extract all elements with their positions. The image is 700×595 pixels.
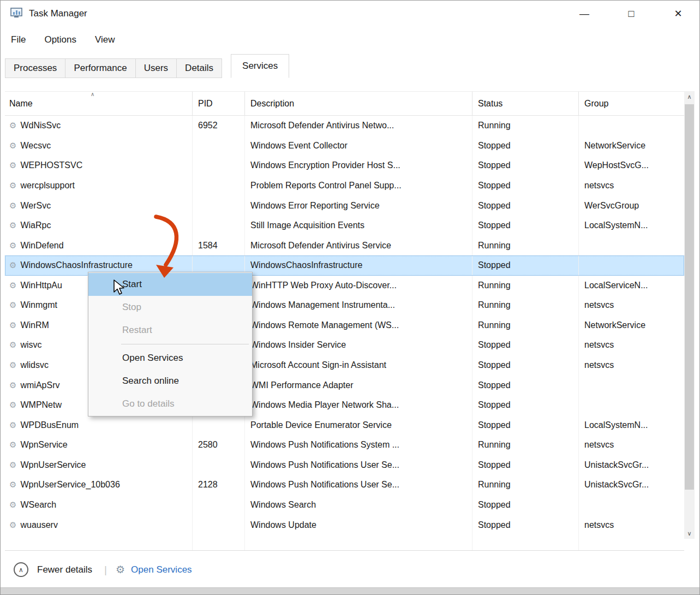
tab-processes[interactable]: Processes bbox=[5, 58, 65, 78]
service-description: Windows Encryption Provider Host S... bbox=[245, 156, 472, 176]
table-row[interactable]: ⚙WSearch Windows Search Stopped bbox=[5, 495, 684, 515]
service-group: LocalSystemN... bbox=[579, 415, 684, 435]
menu-item-restart: Restart bbox=[88, 319, 252, 342]
service-name: WdNisSvc bbox=[20, 121, 61, 130]
menu-item-stop: Stop bbox=[88, 296, 252, 319]
service-name: WEPHOSTSVC bbox=[20, 160, 82, 170]
close-button[interactable]: ✕ bbox=[668, 3, 689, 25]
menu-bar: File Options View bbox=[1, 28, 699, 52]
service-name: WpnService bbox=[20, 440, 67, 450]
service-description: Windows Error Reporting Service bbox=[245, 195, 472, 216]
service-name: WpnUserService bbox=[20, 460, 86, 470]
service-name: wlidsvc bbox=[20, 360, 49, 370]
column-header-group[interactable]: Group bbox=[579, 92, 684, 115]
service-status: Stopped bbox=[472, 255, 579, 276]
table-row[interactable]: ⚙wercplsupport Problem Reports Control P… bbox=[5, 176, 684, 196]
table-row[interactable]: ⚙WpnUserService Windows Push Notificatio… bbox=[5, 455, 684, 475]
service-icon: ⚙ bbox=[9, 300, 16, 310]
table-row[interactable]: ⚙wuauserv Windows Update Stopped netsvcs bbox=[5, 515, 684, 535]
service-name: WinHttpAu bbox=[20, 281, 62, 290]
service-pid bbox=[193, 415, 245, 435]
service-icon: ⚙ bbox=[9, 520, 16, 530]
menu-item-open-services[interactable]: Open Services bbox=[88, 347, 252, 370]
tab-services[interactable]: Services bbox=[231, 54, 289, 78]
service-group: WerSvcGroup bbox=[579, 195, 684, 216]
menu-file[interactable]: File bbox=[10, 33, 27, 46]
service-group: UnistackSvcGr... bbox=[579, 475, 684, 495]
service-group bbox=[579, 255, 684, 276]
service-icon: ⚙ bbox=[9, 340, 16, 350]
service-name: WindowsChaosInfrastructure bbox=[20, 260, 132, 270]
table-row[interactable]: ⚙WiaRpc Still Image Acquisition Events S… bbox=[5, 216, 684, 236]
footer-divider: | bbox=[104, 564, 107, 576]
service-status: Stopped bbox=[472, 415, 579, 435]
service-icon: ⚙ bbox=[9, 121, 16, 130]
minimize-button[interactable]: — bbox=[574, 3, 595, 25]
tab-users[interactable]: Users bbox=[135, 58, 177, 78]
service-description: Microsoft Defender Antivirus Netwo... bbox=[245, 116, 472, 136]
column-header-status[interactable]: Status bbox=[472, 92, 579, 115]
service-status: Running bbox=[472, 116, 579, 136]
service-pid bbox=[193, 136, 245, 156]
fewer-details-button[interactable]: Fewer details bbox=[37, 564, 92, 575]
table-row[interactable]: ⚙WpnService 2580 Windows Push Notificati… bbox=[5, 435, 684, 455]
table-filler-row bbox=[5, 535, 684, 550]
menu-options[interactable]: Options bbox=[43, 33, 77, 46]
menu-item-start[interactable]: Start bbox=[88, 273, 252, 296]
service-icon: ⚙ bbox=[9, 380, 16, 390]
service-description: Microsoft Account Sign-in Assistant bbox=[245, 355, 472, 376]
service-description: Microsoft Defender Antivirus Service bbox=[245, 235, 472, 255]
column-header-description[interactable]: Description bbox=[245, 92, 472, 115]
table-row[interactable]: ⚙WerSvc Windows Error Reporting Service … bbox=[5, 195, 684, 216]
service-description: Windows Event Collector bbox=[245, 136, 472, 156]
column-header-pid[interactable]: PID bbox=[193, 92, 245, 115]
scrollbar-thumb[interactable] bbox=[685, 104, 694, 490]
column-header-name[interactable]: ∧ Name bbox=[5, 92, 193, 115]
scroll-up-icon[interactable]: ∧ bbox=[684, 91, 695, 102]
service-group bbox=[579, 116, 684, 136]
app-icon bbox=[10, 8, 22, 19]
service-name: Winmgmt bbox=[20, 300, 57, 310]
service-group: UnistackSvcGr... bbox=[579, 455, 684, 475]
service-icon: ⚙ bbox=[9, 460, 16, 470]
service-group: LocalSystemN... bbox=[579, 216, 684, 236]
service-icon: ⚙ bbox=[9, 320, 16, 330]
tab-performance[interactable]: Performance bbox=[65, 58, 135, 78]
service-pid: 2128 bbox=[193, 475, 245, 495]
table-row[interactable]: ⚙WPDBusEnum Portable Device Enumerator S… bbox=[5, 415, 684, 435]
vertical-scrollbar[interactable]: ∧ ∨ bbox=[684, 91, 695, 539]
service-description: Windows Push Notifications User Se... bbox=[245, 475, 472, 495]
fewer-details-chevron-icon[interactable]: ∧ bbox=[14, 562, 28, 577]
maximize-button[interactable]: □ bbox=[621, 3, 642, 25]
open-services-link[interactable]: Open Services bbox=[131, 564, 192, 575]
service-description: Windows Update bbox=[245, 515, 472, 535]
service-status: Running bbox=[472, 475, 579, 495]
window-controls: — □ ✕ bbox=[574, 1, 689, 27]
table-row[interactable]: ⚙WpnUserService_10b036 2128 Windows Push… bbox=[5, 475, 684, 495]
table-row[interactable]: ⚙WdNisSvc 6952 Microsoft Defender Antivi… bbox=[5, 116, 684, 136]
tab-details[interactable]: Details bbox=[176, 58, 222, 78]
service-name: WinDefend bbox=[20, 241, 63, 251]
menu-item-search-online[interactable]: Search online bbox=[88, 370, 252, 392]
table-header-row: ∧ Name PID Description Status Group bbox=[5, 92, 684, 116]
service-icon: ⚙ bbox=[9, 440, 16, 450]
context-menu: StartStopRestartOpen ServicesSearch onli… bbox=[88, 272, 253, 416]
service-status: Stopped bbox=[472, 216, 579, 236]
table-row[interactable]: ⚙WinDefend 1584 Microsoft Defender Antiv… bbox=[5, 235, 684, 255]
service-icon: ⚙ bbox=[9, 221, 16, 230]
service-status: Running bbox=[472, 276, 579, 296]
menu-view[interactable]: View bbox=[94, 33, 116, 46]
service-icon: ⚙ bbox=[9, 181, 16, 191]
service-group: netsvcs bbox=[579, 435, 684, 455]
table-row[interactable]: ⚙Wecsvc Windows Event Collector Stopped … bbox=[5, 136, 684, 156]
scroll-down-icon[interactable]: ∨ bbox=[684, 528, 695, 539]
service-description: Problem Reports Control Panel Supp... bbox=[245, 176, 472, 196]
tab-strip: Processes Performance Users Details Serv… bbox=[1, 53, 699, 78]
service-icon: ⚙ bbox=[9, 141, 16, 151]
service-name: Wecsvc bbox=[20, 141, 51, 151]
sort-ascending-icon: ∧ bbox=[91, 92, 94, 97]
menu-separator bbox=[121, 344, 249, 344]
service-status: Stopped bbox=[472, 455, 579, 475]
service-description: Portable Device Enumerator Service bbox=[245, 415, 472, 435]
table-row[interactable]: ⚙WEPHOSTSVC Windows Encryption Provider … bbox=[5, 156, 684, 176]
